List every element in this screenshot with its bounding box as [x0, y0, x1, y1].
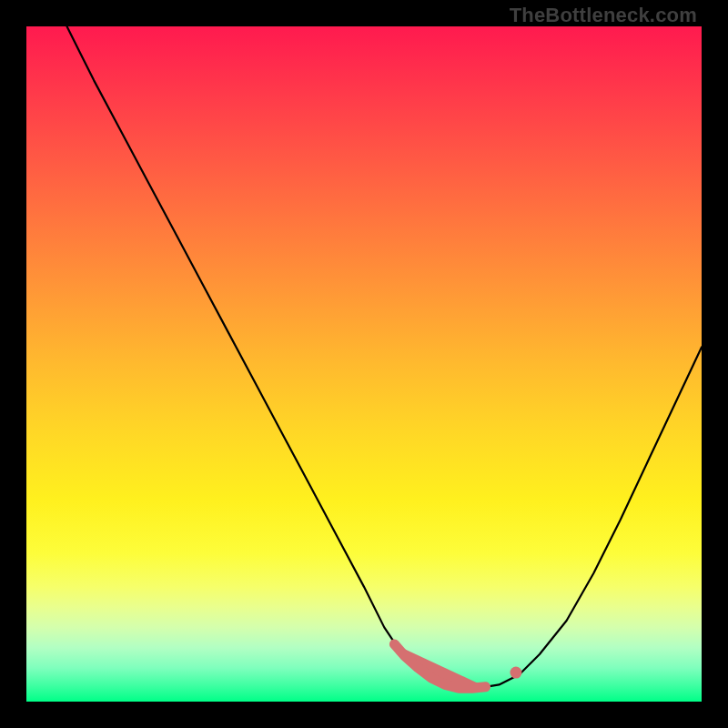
chart-svg	[26, 26, 702, 702]
bottleneck-curve	[67, 26, 702, 688]
bottom-dots-segment	[394, 644, 485, 688]
chart-frame: TheBottleneck.com	[0, 0, 728, 728]
bottom-dot-outlier	[510, 667, 521, 679]
chart-plot-area	[26, 26, 702, 702]
watermark-text: TheBottleneck.com	[510, 4, 697, 27]
